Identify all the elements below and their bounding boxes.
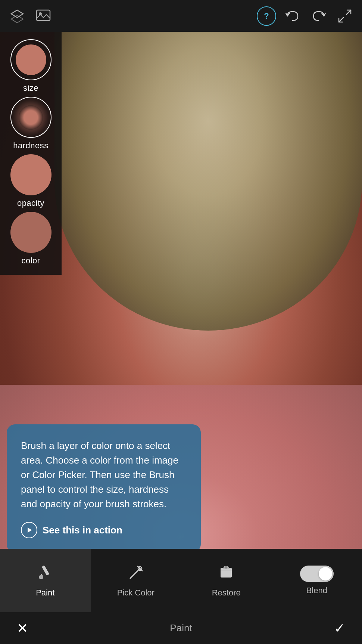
tool-restore[interactable]: Restore <box>181 549 272 612</box>
help-button[interactable]: ? <box>257 6 276 26</box>
paint-label: Paint <box>36 588 54 598</box>
blend-toggle-knob <box>319 567 332 580</box>
color-control[interactable]: color <box>10 212 52 266</box>
brush-panel: size hardness opacity color <box>0 32 62 275</box>
size-control[interactable]: size <box>10 39 52 93</box>
size-circle-inner <box>16 44 46 75</box>
restore-label: Restore <box>212 588 241 598</box>
svg-marker-0 <box>11 10 23 18</box>
tooltip-text: Brush a layer of color onto a select are… <box>21 439 187 511</box>
tooltip-bubble: Brush a layer of color onto a select are… <box>7 424 201 552</box>
tool-paint[interactable]: Paint <box>0 549 91 612</box>
color-circle[interactable] <box>10 212 52 253</box>
bottom-toolbar: Paint Pick Color Restore <box>0 549 362 612</box>
layers-icon[interactable] <box>7 6 27 26</box>
blend-label: Blend <box>306 586 327 595</box>
color-label: color <box>21 256 40 266</box>
paint-icon <box>36 563 54 584</box>
opacity-circle[interactable] <box>10 154 52 195</box>
svg-point-8 <box>39 575 43 579</box>
see-in-action-label: See this in action <box>43 524 122 536</box>
header-left <box>7 6 53 26</box>
confirm-button[interactable]: ✓ <box>328 617 351 640</box>
size-circle-outer[interactable] <box>10 39 52 80</box>
tool-pick-color[interactable]: Pick Color <box>91 549 181 612</box>
svg-rect-7 <box>42 565 50 576</box>
undo-button[interactable] <box>283 6 302 26</box>
svg-rect-14 <box>225 566 227 569</box>
restore-icon <box>217 563 235 584</box>
expand-button[interactable] <box>335 6 355 26</box>
tool-blend[interactable]: Blend <box>272 549 362 612</box>
opacity-control[interactable]: opacity <box>10 154 52 208</box>
pick-color-icon <box>127 563 145 584</box>
blend-toggle[interactable] <box>300 566 334 582</box>
svg-rect-12 <box>221 568 232 578</box>
hat-overlay <box>54 32 362 331</box>
size-label: size <box>23 83 38 93</box>
hardness-circle-outer[interactable] <box>10 97 52 138</box>
header-right: ? <box>257 6 355 26</box>
hardness-circle-inner <box>19 105 43 130</box>
opacity-label: opacity <box>17 198 44 208</box>
cancel-button[interactable]: ✕ <box>11 617 34 640</box>
see-in-action-button[interactable]: See this in action <box>21 522 187 538</box>
svg-line-4 <box>346 10 351 15</box>
gallery-icon[interactable] <box>34 6 53 26</box>
svg-line-5 <box>339 18 343 22</box>
pick-color-label: Pick Color <box>117 588 155 598</box>
svg-marker-6 <box>28 527 32 533</box>
play-icon <box>21 522 37 538</box>
svg-rect-2 <box>37 10 50 21</box>
redo-button[interactable] <box>309 6 328 26</box>
bottom-action-bar: ✕ Paint ✓ <box>0 612 362 644</box>
svg-marker-1 <box>11 15 23 23</box>
header-bar: ? <box>0 0 362 32</box>
hardness-control[interactable]: hardness <box>10 97 52 151</box>
action-title: Paint <box>170 622 192 634</box>
hardness-label: hardness <box>13 141 49 151</box>
